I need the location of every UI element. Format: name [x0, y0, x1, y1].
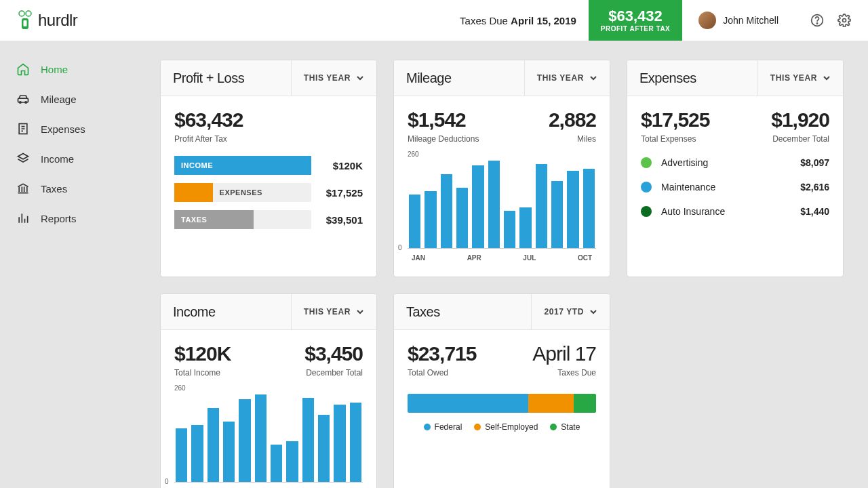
bar [271, 445, 282, 482]
total-expenses-value: $17,525 [641, 108, 709, 131]
bar [456, 188, 468, 248]
period-selector[interactable]: THIS YEAR [291, 294, 376, 329]
chevron-down-icon [589, 74, 597, 82]
nav-item-home[interactable]: Home [0, 54, 142, 84]
svg-rect-3 [24, 20, 27, 26]
bar [409, 195, 420, 248]
legend-dot [474, 424, 481, 430]
help-icon[interactable] [810, 13, 825, 28]
bar [551, 181, 563, 248]
x-tick: OCT [578, 254, 592, 262]
profit-after-tax-badge[interactable]: $63,432 PROFIT AFTER TAX [589, 0, 682, 41]
mileage-bar-chart: 0 [408, 161, 596, 249]
period-selector[interactable]: THIS YEAR [524, 60, 610, 96]
card-income: Income THIS YEAR $120K Total Income $3,4… [160, 293, 377, 488]
y-axis-max: 260 [174, 384, 363, 392]
user-menu[interactable]: John Mitchell [698, 12, 778, 29]
pl-fill: TAXES [174, 210, 254, 229]
expense-row[interactable]: Maintenance$2,616 [641, 182, 829, 192]
nav-label: Income [41, 153, 74, 165]
category-label: Maintenance [661, 182, 715, 192]
pl-value: $120K [319, 160, 363, 171]
nav-item-taxes[interactable]: Taxes [0, 174, 142, 203]
income-bar-chart: 0 [174, 394, 363, 483]
total-income-value: $120K [174, 342, 231, 365]
pl-value: $39,501 [319, 214, 363, 226]
chevron-down-icon [356, 308, 364, 316]
bar [255, 394, 267, 482]
user-name: John Mitchell [723, 15, 778, 26]
period-selector[interactable]: THIS YEAR [291, 60, 376, 96]
tax-segment-state [574, 394, 596, 413]
taxes-due-date: April 17 [532, 342, 596, 365]
svg-point-5 [816, 23, 817, 24]
bar [302, 398, 314, 482]
profit-loss-value: $63,432 [174, 108, 363, 131]
pl-row-income: INCOME $120K [174, 156, 363, 175]
december-total-label: December Total [771, 134, 829, 144]
legend-item: Federal [424, 422, 462, 432]
chevron-down-icon [823, 74, 831, 82]
category-value: $8,097 [800, 157, 829, 168]
settings-icon[interactable] [837, 13, 852, 28]
receipt-icon [16, 122, 30, 136]
chevron-down-icon [356, 74, 364, 82]
expense-row[interactable]: Advertising$8,097 [641, 157, 829, 168]
chevron-down-icon [589, 308, 597, 316]
main-content: Profit + Loss THIS YEAR $63,432 Profit A… [142, 41, 868, 488]
card-title: Profit + Loss [161, 61, 256, 96]
nav-label: Home [41, 64, 68, 75]
pl-fill [174, 183, 213, 202]
bar [223, 422, 235, 482]
bar [239, 399, 250, 482]
card-title: Income [161, 295, 228, 329]
nav-item-mileage[interactable]: Mileage [0, 84, 142, 114]
brand-name: hurdlr [38, 11, 77, 30]
nav-item-income[interactable]: Income [0, 144, 142, 174]
miles-value: 2,882 [549, 108, 596, 131]
pl-value: $17,525 [319, 187, 363, 199]
expense-row[interactable]: Auto Insurance$1,440 [641, 206, 829, 217]
x-tick: JUL [523, 254, 536, 262]
mileage-deductions-value: $1,542 [408, 108, 479, 131]
miles-label: Miles [549, 134, 596, 144]
total-owed-value: $23,715 [408, 342, 476, 365]
y-axis-min: 0 [165, 478, 169, 485]
nav-item-expenses[interactable]: Expenses [0, 114, 142, 144]
pl-row-taxes: TAXES $39,501 [174, 210, 363, 229]
taxes-due-label: Taxes Due [532, 368, 596, 378]
mileage-deductions-label: Mileage Deductions [408, 134, 479, 144]
nav-label: Mileage [41, 94, 77, 105]
svg-point-1 [26, 11, 31, 16]
total-owed-label: Total Owed [408, 368, 476, 378]
bar [583, 169, 595, 248]
legend-dot [550, 424, 557, 430]
category-dot [641, 157, 652, 168]
pl-fill: INCOME [174, 156, 311, 175]
bar [504, 211, 515, 248]
bar [425, 191, 436, 248]
card-title: Expenses [627, 61, 709, 96]
nav-item-reports[interactable]: Reports [0, 203, 142, 233]
bar [519, 207, 531, 248]
tax-stacked-bar [408, 394, 596, 413]
bar [191, 425, 203, 482]
pl-track: INCOME [174, 156, 311, 175]
taxes-due-text: Taxes Due April 15, 2019 [460, 15, 576, 26]
card-profit-loss: Profit + Loss THIS YEAR $63,432 Profit A… [160, 60, 377, 277]
home-icon [16, 62, 30, 76]
car-icon [16, 92, 30, 106]
bar [176, 428, 187, 482]
bar [567, 171, 578, 248]
legend-dot [424, 424, 431, 430]
logo-icon [16, 10, 34, 30]
x-axis-labels: JANAPRJULOCT [408, 254, 596, 262]
brand-logo[interactable]: hurdlr [16, 10, 77, 30]
period-selector[interactable]: 2017 YTD [531, 294, 610, 329]
bar [472, 165, 484, 248]
legend-item: State [550, 422, 580, 432]
nav-label: Expenses [41, 123, 85, 135]
profit-loss-subtitle: Profit After Tax [174, 134, 363, 144]
period-selector[interactable]: THIS YEAR [757, 60, 843, 96]
bank-icon [16, 182, 30, 195]
